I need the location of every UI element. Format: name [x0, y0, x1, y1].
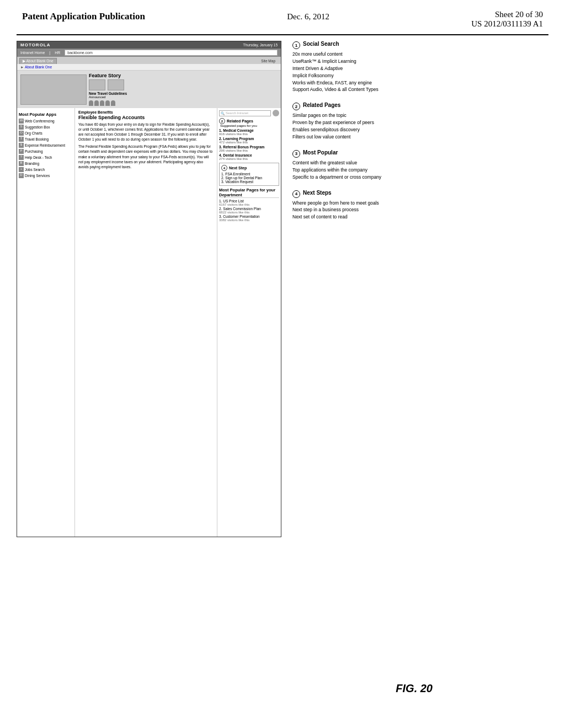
sidebar-label-suggestion: Suggestion Box — [25, 125, 50, 129]
breadcrumb-text[interactable]: About Blank One — [25, 65, 52, 69]
mockup-logo: MOTOROLA — [20, 42, 51, 47]
patent-number: US 2012/0311139 A1 — [471, 19, 543, 29]
search-area: 🔍 Search Intranet — [219, 110, 279, 116]
person-icons-area — [89, 100, 278, 106]
announcement-subtext: Announced — [89, 95, 278, 99]
announcement-text: New Travel Guidelines — [89, 92, 278, 95]
sidebar-label-purchasing: Purchasing — [25, 149, 43, 153]
desc-item-1-2: UseRank™ & Implicit Learning — [292, 58, 436, 65]
next-step-item-3[interactable]: 3. Vacation Request — [221, 180, 277, 184]
search-icon: 🔍 — [221, 111, 225, 115]
sidebar-item-dining[interactable]: D Dining Services — [19, 173, 73, 179]
mockup-nav: Intranet Home | HR backbone.com — [17, 49, 281, 57]
desc-number-4: 4 — [292, 190, 300, 198]
sidebar-label-helpdesk: Help Desk - Tech — [25, 156, 52, 159]
desc-list-2: Similar pages on the topic Proven by the… — [292, 113, 436, 141]
sidebar-item-travel-booking[interactable]: T Travel Booking — [19, 136, 73, 142]
sidebar-section-title: Most Popular Apps — [19, 112, 73, 117]
dept-popular-section: Most Popular Pages for your Department 1… — [219, 188, 279, 222]
sidebar-item-web-conferencing[interactable]: W Web Conferencing — [19, 118, 73, 124]
travel-booking-icon: T — [19, 137, 24, 142]
sidebar-item-helpdesk[interactable]: ? Help Desk - Tech — [19, 154, 73, 160]
desc-item-4-2: Next step in a business process — [292, 207, 436, 213]
sidebar-label-expense: Expense Reimbursement — [25, 143, 65, 147]
helpdesk-icon: ? — [19, 155, 24, 160]
desc-item-2-2: Proven by the past experience of peers — [292, 120, 436, 126]
next-step-section: 4 Next Step 1. FSA Enrollment 2. Sign up… — [219, 163, 279, 186]
mockup-body: Most Popular Apps W Web Conferencing S S… — [17, 108, 281, 537]
desc-item-3-1: Content with the greatest value — [292, 160, 436, 167]
desc-section-3: 3 Most Popular Content with the greatest… — [292, 149, 436, 181]
mockup-topbar: MOTOROLA Thursday, January 15 — [17, 41, 281, 49]
related-item-3[interactable]: 3. Referral Bonus Program 296 visitors l… — [219, 145, 279, 152]
page-header: Patent Application Publication Dec. 6, 2… — [0, 0, 565, 34]
sheet-number: Sheet 20 of 30 — [471, 10, 543, 19]
tab-about[interactable]: ▶ About Blank One — [19, 58, 57, 64]
suggestion-box-icon: S — [19, 125, 24, 130]
mockup-article: Employee Benefits Flexible Spending Acco… — [75, 108, 217, 537]
dept-item-2[interactable]: 2. Sales Commission Plan 6822 visitors l… — [219, 207, 279, 214]
breadcrumb: ► About Blank One — [17, 64, 281, 71]
dept-item-1[interactable]: 1. US Price List 6167 visitors like this — [219, 199, 279, 206]
desc-number-1: 1 — [292, 41, 300, 49]
sidebar-label-org: Org Charts — [25, 131, 42, 135]
desc-item-1-1: 20x more useful content — [292, 51, 436, 58]
mockup-right-panel: 🔍 Search Intranet 2 Related Pages Sugges… — [217, 108, 281, 537]
dept-item-3[interactable]: 3. Customer Presentation 3382 visitors l… — [219, 215, 279, 222]
desc-section-2: 2 Related Pages Similar pages on the top… — [292, 102, 436, 141]
sidebar-item-suggestion-box[interactable]: S Suggestion Box — [19, 124, 73, 130]
desc-section-2-header: 2 Related Pages — [292, 102, 436, 110]
desc-item-3-2: Top applications within the company — [292, 167, 436, 174]
mockup-sidebar: Most Popular Apps W Web Conferencing S S… — [17, 108, 75, 537]
employee-benefits-link[interactable]: Employee Benefits — [78, 110, 214, 114]
sidebar-item-expense[interactable]: $ Expense Reimbursement — [19, 142, 73, 148]
desc-item-1-3: Intent Driven & Adaptive — [292, 66, 436, 72]
related-item-1[interactable]: 1. Medical Coverage 916 visitors like th… — [219, 129, 279, 136]
desc-item-3-3: Specific to a department or cross compan… — [292, 174, 436, 181]
dining-icon: D — [19, 173, 24, 178]
nav-hr[interactable]: HR — [55, 51, 60, 55]
desc-item-1-5: Works with Endeca, FAST, any engine — [292, 80, 436, 87]
desc-item-1-4: Implicit Folksonomy — [292, 73, 436, 79]
sidebar-item-branding[interactable]: B Branding — [19, 160, 73, 167]
jobs-icon: + — [19, 167, 24, 172]
sidebar-label-branding: Branding — [25, 162, 39, 165]
article-body-2: The Federal Flexible Spending Accounts P… — [78, 144, 214, 169]
desc-number-3: 3 — [292, 150, 300, 158]
related-pages-header: 2 Related Pages — [219, 118, 279, 124]
expense-icon: $ — [19, 143, 24, 148]
desc-section-1-header: 1 Social Search — [292, 41, 436, 49]
related-item-4[interactable]: 4. Dental Insurance 274 visitors like th… — [219, 153, 279, 160]
branding-icon: B — [19, 161, 24, 166]
next-step-item-2[interactable]: 2. Sign up for Dental Plan — [221, 176, 277, 180]
desc-item-1-6: Support Audio, Video & all Content Types — [292, 87, 436, 93]
desc-title-1: Social Search — [303, 41, 339, 47]
search-placeholder: Search Intranet — [226, 111, 248, 115]
feature-section: Feature Story New Travel Guidelines Anno… — [17, 71, 281, 108]
org-charts-icon: O — [19, 131, 24, 136]
related-pages-title: Related Pages — [227, 119, 253, 123]
sidebar-item-jobs[interactable]: + Jobs Search — [19, 167, 73, 173]
search-bar[interactable]: 🔍 Search Intranet — [219, 110, 271, 116]
sidebar-item-purchasing[interactable]: P Purchasing — [19, 148, 73, 154]
web-conferencing-icon: W — [19, 119, 24, 124]
related-item-2[interactable]: 2. Learning Program 472 visitors like th… — [219, 137, 279, 144]
desc-item-2-4: Filters out low value content — [292, 134, 436, 141]
nav-intranet-home[interactable]: Intranet Home — [20, 51, 45, 55]
related-pages-section: 2 Related Pages Suggested pages for you … — [219, 118, 279, 160]
sidebar-item-org-charts[interactable]: O Org Charts — [19, 130, 73, 136]
desc-section-4: 4 Next Steps Where people go from here t… — [292, 190, 436, 221]
tab-area: ▶ About Blank One Site Map — [17, 57, 281, 64]
desc-item-4-3: Next set of content to read — [292, 214, 436, 221]
site-map-link[interactable]: Site Map — [258, 58, 279, 64]
suggested-pages-label: Suggested pages for you — [220, 124, 279, 127]
desc-section-1: 1 Social Search 20x more useful content … — [292, 41, 436, 93]
desc-section-4-header: 4 Next Steps — [292, 190, 436, 198]
desc-title-3: Most Popular — [303, 149, 338, 156]
figure-label: FIG. 20 — [396, 682, 433, 695]
next-step-item-1[interactable]: 1. FSA Enrollment — [221, 172, 277, 176]
desc-item-2-1: Similar pages on the topic — [292, 113, 436, 119]
sidebar-label-travel: Travel Booking — [25, 137, 49, 141]
url-bar[interactable]: backbone.com — [65, 50, 278, 56]
patent-title: Patent Application Publication — [22, 10, 145, 23]
